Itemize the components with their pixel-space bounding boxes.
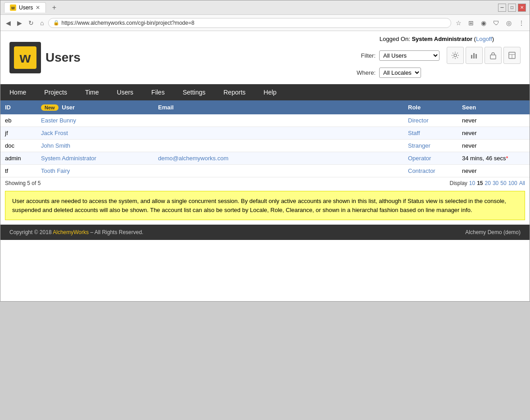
display-all[interactable]: All [519, 180, 525, 186]
cell-user: Tooth Fairy [36, 165, 154, 177]
display-10[interactable]: 10 [469, 180, 475, 186]
logoff-link[interactable]: Logoff [476, 36, 492, 42]
layout-icon [508, 51, 516, 59]
tab-favicon: w [10, 5, 16, 11]
role-link[interactable]: Director [408, 117, 429, 124]
lock-icon [489, 51, 497, 59]
browser-icon2[interactable]: 🛡 [492, 18, 501, 27]
filter-label: Filter: [353, 52, 376, 59]
nav-files[interactable]: Files [142, 84, 174, 100]
cell-seen: never [458, 114, 530, 127]
menu-icon[interactable]: ⋮ [517, 18, 526, 27]
info-box: User accounts are needed to access the s… [5, 191, 525, 220]
table-row: tfTooth FairyContractornever [0, 165, 530, 177]
info-text: User accounts are needed to access the s… [12, 198, 506, 213]
minimize-button[interactable]: ─ [498, 4, 506, 12]
forward-button[interactable]: ▶ [15, 18, 24, 27]
browser-tab[interactable]: w Users ✕ [4, 2, 46, 13]
user-link[interactable]: John Smith [41, 142, 70, 149]
navigation-bar: HomeProjectsTimeUsersFilesSettingsReport… [0, 84, 530, 100]
footer-company-link[interactable]: AlchemyWorks [53, 229, 89, 235]
new-badge[interactable]: New [41, 104, 59, 111]
layout-icon-btn[interactable] [503, 47, 521, 64]
cell-id: jf [0, 127, 36, 140]
cell-role: Stranger [403, 140, 458, 152]
col-id: ID [0, 100, 36, 114]
refresh-button[interactable]: ↻ [27, 18, 36, 27]
users-table-container: ID New User Email Role Seen ebEaster Bun… [0, 100, 530, 177]
url-text: https://www.alchemyworks.com/cgi-bin/pro… [61, 20, 194, 26]
nav-projects[interactable]: Projects [35, 84, 76, 100]
page-footer: Copyright © 2018 AlchemyWorks – All Righ… [0, 225, 530, 240]
nav-settings[interactable]: Settings [174, 84, 215, 100]
where-label: Where: [353, 69, 376, 76]
col-user: New User [36, 100, 154, 114]
cell-role: Staff [403, 127, 458, 140]
col-seen: Seen [458, 100, 530, 114]
browser-icon1[interactable]: ◉ [479, 18, 488, 27]
maximize-button[interactable]: □ [508, 4, 516, 12]
table-footer: Showing 5 of 5 Display 10 15 20 30 50 10… [0, 177, 530, 189]
svg-rect-3 [476, 54, 477, 59]
users-table: ID New User Email Role Seen ebEaster Bun… [0, 100, 530, 177]
display-50[interactable]: 50 [500, 180, 506, 186]
cell-email [154, 127, 403, 140]
col-email: Email [154, 100, 403, 114]
chart-icon-btn[interactable] [466, 47, 483, 64]
cell-id: doc [0, 140, 36, 152]
logged-on-info: Logged On: System Administrator (Logoff) [353, 36, 521, 42]
cell-id: eb [0, 114, 36, 127]
browser-icon3[interactable]: ◎ [504, 18, 513, 27]
close-tab-icon[interactable]: ✕ [36, 5, 40, 11]
role-link[interactable]: Staff [408, 130, 420, 136]
new-tab-button[interactable]: + [49, 2, 59, 13]
nav-help[interactable]: Help [254, 84, 285, 100]
tab-title: Users [19, 5, 33, 11]
showing-text: Showing 5 of 5 [5, 180, 41, 186]
url-bar[interactable]: 🔒 https://www.alchemyworks.com/cgi-bin/p… [48, 18, 451, 28]
svg-point-0 [454, 54, 457, 57]
svg-rect-2 [473, 53, 475, 59]
where-select[interactable]: All Locales [379, 68, 421, 78]
display-20[interactable]: 20 [485, 180, 491, 186]
display-15[interactable]: 15 [477, 180, 483, 186]
cell-seen: never [458, 140, 530, 152]
display-100[interactable]: 100 [508, 180, 517, 186]
cell-id: admin [0, 152, 36, 165]
display-options: Display 10 15 20 30 50 100 All [449, 180, 525, 186]
user-link[interactable]: Jack Frost [41, 130, 68, 136]
gear-icon [451, 51, 459, 59]
nav-home[interactable]: Home [0, 84, 35, 100]
email-link[interactable]: demo@alchemyworks.com [158, 155, 228, 162]
cell-user: System Administrator [36, 152, 154, 165]
svg-rect-1 [471, 55, 472, 59]
display-30[interactable]: 30 [493, 180, 498, 186]
extensions-icon[interactable]: ⊞ [467, 18, 476, 27]
settings-icon-btn[interactable] [447, 47, 464, 64]
company-logo [9, 42, 41, 73]
nav-users[interactable]: Users [108, 84, 143, 100]
cell-email [154, 140, 403, 152]
role-link[interactable]: Stranger [408, 142, 430, 149]
nav-time[interactable]: Time [76, 84, 108, 100]
cell-id: tf [0, 165, 36, 177]
nav-reports[interactable]: Reports [214, 84, 254, 100]
home-button[interactable]: ⌂ [38, 18, 45, 27]
table-row: ebEaster BunnyDirectornever [0, 114, 530, 127]
logged-on-user: System Administrator [412, 36, 472, 42]
cell-role: Contractor [403, 165, 458, 177]
back-button[interactable]: ◀ [4, 18, 13, 27]
role-link[interactable]: Operator [408, 155, 431, 162]
bookmark-icon[interactable]: ☆ [454, 18, 463, 27]
page-title: Users [45, 50, 81, 65]
close-button[interactable]: ✕ [518, 4, 526, 12]
user-link[interactable]: System Administrator [41, 155, 96, 162]
lock-icon-btn[interactable] [485, 47, 502, 64]
col-role: Role [403, 100, 458, 114]
user-link[interactable]: Easter Bunny [41, 117, 76, 124]
filter-select[interactable]: All UsersActive UsersSuspended Users [379, 50, 439, 61]
role-link[interactable]: Contractor [408, 167, 435, 174]
cell-user: Jack Frost [36, 127, 154, 140]
cell-seen: never [458, 127, 530, 140]
user-link[interactable]: Tooth Fairy [41, 167, 70, 174]
